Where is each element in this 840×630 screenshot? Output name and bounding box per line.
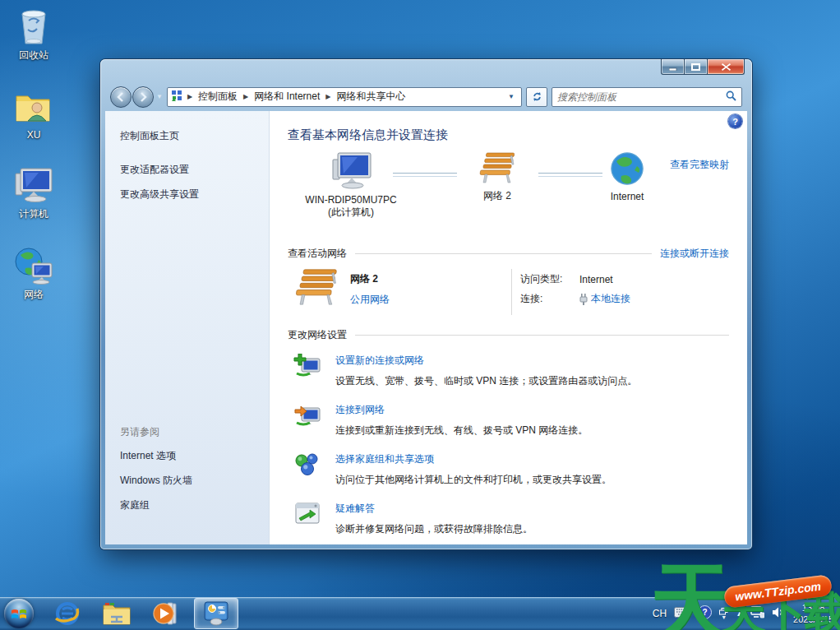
active-networks-header: 查看活动网络 连接或断开连接 bbox=[288, 247, 729, 261]
task-setup-new-connection: 设置新的连接或网络 设置无线、宽带、拨号、临时或 VPN 连接；或设置路由器或访… bbox=[293, 354, 729, 388]
internet-globe-icon bbox=[610, 151, 644, 186]
desktop-icon-label: XU bbox=[27, 129, 41, 141]
show-hidden-icons-button[interactable]: ▲ bbox=[736, 609, 743, 618]
volume-tray-icon[interactable] bbox=[772, 606, 786, 622]
ethernet-plug-icon bbox=[579, 294, 588, 305]
back-button[interactable] bbox=[110, 86, 132, 108]
see-also-group: 另请参阅 Internet 选项 Windows 防火墙 家庭组 bbox=[120, 425, 269, 523]
network-tray-icon[interactable] bbox=[750, 606, 764, 622]
taskbar-explorer-icon[interactable] bbox=[99, 598, 135, 629]
active-network-name: 网络 2 bbox=[350, 272, 390, 286]
local-connection-link[interactable]: 本地连接 bbox=[591, 292, 630, 306]
sidebar-item-adapter-settings[interactable]: 更改适配器设置 bbox=[120, 163, 269, 177]
sidebar-item-internet-options[interactable]: Internet 选项 bbox=[120, 449, 269, 463]
breadcrumb-arrow-icon: ▶ bbox=[241, 93, 251, 100]
taskbar-control-panel-button[interactable] bbox=[194, 598, 238, 629]
change-settings-title: 更改网络设置 bbox=[288, 328, 347, 342]
task-title-link[interactable]: 疑难解答 bbox=[335, 502, 375, 516]
minimize-button[interactable] bbox=[661, 59, 685, 75]
bench-icon bbox=[294, 267, 339, 307]
clock-time: 13:08 bbox=[793, 602, 833, 614]
recent-pages-dropdown[interactable]: ▼ bbox=[156, 93, 163, 100]
taskbar: CH ? ▼ ▲ bbox=[0, 597, 840, 630]
active-network-identity: 网络 2 公用网络 bbox=[288, 267, 511, 320]
address-bar[interactable]: ▶ 控制面板 ▶ 网络和 Internet ▶ 网络和共享中心 ▼ bbox=[167, 87, 522, 107]
see-full-map-link[interactable]: 查看完整映射 bbox=[670, 158, 729, 172]
network-icon bbox=[14, 246, 53, 285]
task-homegroup-sharing: 选择家庭组和共享选项 访问位于其他网络计算机上的文件和打印机，或更改共享设置。 bbox=[293, 452, 729, 487]
keyboard-icon[interactable] bbox=[674, 606, 690, 621]
task-title-link[interactable]: 选择家庭组和共享选项 bbox=[335, 452, 434, 466]
task-title-link[interactable]: 设置新的连接或网络 bbox=[335, 354, 424, 368]
page-title: 查看基本网络信息并设置连接 bbox=[288, 127, 729, 143]
map-node-computer[interactable]: WIN-RDIP50MU7PC (此计算机) bbox=[298, 151, 404, 220]
language-bar-options[interactable]: ▼ bbox=[719, 608, 728, 620]
task-description: 诊断并修复网络问题，或获得故障排除信息。 bbox=[335, 522, 533, 536]
desktop-icon-computer[interactable]: 计算机 bbox=[5, 165, 62, 221]
help-tray-icon[interactable]: ? bbox=[698, 605, 712, 623]
breadcrumb-arrow-icon: ▶ bbox=[185, 93, 195, 100]
address-dropdown-icon[interactable]: ▼ bbox=[505, 93, 518, 100]
task-description: 连接到或重新连接到无线、有线、拨号或 VPN 网络连接。 bbox=[335, 424, 588, 438]
task-troubleshoot: 疑难解答 诊断并修复网络问题，或获得故障排除信息。 bbox=[293, 502, 729, 536]
sidebar-item-windows-firewall[interactable]: Windows 防火墙 bbox=[120, 474, 269, 488]
computer-icon bbox=[14, 165, 53, 205]
taskbar-clock[interactable]: 13:08 2020/8/15 bbox=[793, 602, 833, 625]
user-folder-icon bbox=[14, 87, 53, 127]
task-title-link[interactable]: 连接到网络 bbox=[335, 403, 385, 417]
taskbar-media-player-icon[interactable] bbox=[148, 598, 184, 629]
refresh-button[interactable] bbox=[526, 87, 547, 107]
help-icon[interactable]: ? bbox=[728, 114, 742, 128]
map-computer-sub: (此计算机) bbox=[305, 206, 396, 220]
svg-text:?: ? bbox=[703, 608, 708, 617]
navigation-toolbar: ▼ ▶ 控制面板 ▶ 网络和 Internet ▶ 网络和共享中心 ▼ bbox=[105, 82, 747, 111]
active-networks-title: 查看活动网络 bbox=[288, 247, 347, 261]
window-titlebar[interactable] bbox=[100, 59, 752, 82]
breadcrumb-control-panel[interactable]: 控制面板 bbox=[196, 89, 239, 104]
breadcrumb-network-sharing-center[interactable]: 网络和共享中心 bbox=[335, 89, 407, 104]
desktop-icon-recycle-bin[interactable]: 回收站 bbox=[5, 7, 62, 63]
window-body: 控制面板主页 更改适配器设置 更改高级共享设置 另请参阅 Internet 选项… bbox=[105, 111, 747, 544]
network-sharing-center-window: ▼ ▶ 控制面板 ▶ 网络和 Internet ▶ 网络和共享中心 ▼ bbox=[100, 59, 752, 549]
troubleshoot-icon bbox=[293, 502, 322, 536]
network-type-link[interactable]: 公用网络 bbox=[350, 294, 390, 305]
desktop-icon-xu-folder[interactable]: XU bbox=[5, 87, 62, 141]
caption-buttons bbox=[661, 59, 745, 75]
search-input[interactable] bbox=[557, 91, 726, 103]
map-node-network[interactable]: 网络 2 bbox=[444, 151, 551, 203]
main-pane: ? 查看基本网络信息并设置连接 WIN-RDIP50MU7PC (此计 bbox=[270, 111, 747, 544]
sidebar-item-home[interactable]: 控制面板主页 bbox=[120, 129, 269, 143]
taskbar-ie-icon[interactable] bbox=[49, 598, 85, 629]
desktop-icon-label: 网络 bbox=[24, 288, 44, 302]
access-type-label: 访问类型: bbox=[520, 272, 579, 286]
system-tray: CH ? ▼ ▲ bbox=[653, 602, 840, 625]
active-network-details: 访问类型: Internet 连接: 本地连接 bbox=[520, 267, 630, 320]
desktop-icon-label: 回收站 bbox=[19, 49, 48, 63]
recycle-bin-icon bbox=[14, 7, 53, 46]
maximize-button[interactable] bbox=[685, 59, 707, 75]
map-node-internet[interactable]: Internet bbox=[574, 151, 681, 202]
start-button[interactable] bbox=[2, 598, 36, 629]
divider bbox=[355, 335, 729, 336]
map-computer-name: WIN-RDIP50MU7PC bbox=[305, 194, 396, 206]
divider bbox=[511, 269, 512, 315]
search-icon[interactable] bbox=[726, 90, 736, 104]
desktop-icon-list: 回收站 XU 计算机 bbox=[5, 7, 62, 302]
ime-indicator[interactable]: CH bbox=[653, 608, 667, 619]
connect-disconnect-link[interactable]: 连接或断开连接 bbox=[660, 247, 729, 261]
desktop-icon-network[interactable]: 网络 bbox=[5, 246, 62, 302]
forward-button[interactable] bbox=[132, 86, 154, 108]
sidebar-item-homegroup[interactable]: 家庭组 bbox=[120, 498, 269, 512]
map-network-name: 网络 2 bbox=[483, 189, 511, 203]
map-internet-label: Internet bbox=[611, 191, 644, 202]
close-button[interactable] bbox=[707, 59, 745, 75]
breadcrumb-network-internet[interactable]: 网络和 Internet bbox=[252, 89, 321, 104]
access-type-value: Internet bbox=[579, 274, 613, 285]
bench-icon bbox=[478, 151, 516, 184]
connections-label: 连接: bbox=[520, 292, 579, 306]
search-box[interactable] bbox=[552, 87, 742, 107]
network-center-small-icon bbox=[171, 90, 183, 104]
control-panel-sidebar: 控制面板主页 更改适配器设置 更改高级共享设置 另请参阅 Internet 选项… bbox=[105, 111, 270, 544]
sidebar-item-advanced-sharing[interactable]: 更改高级共享设置 bbox=[120, 188, 269, 202]
task-connect-to-network: 连接到网络 连接到或重新连接到无线、有线、拨号或 VPN 网络连接。 bbox=[293, 403, 729, 438]
